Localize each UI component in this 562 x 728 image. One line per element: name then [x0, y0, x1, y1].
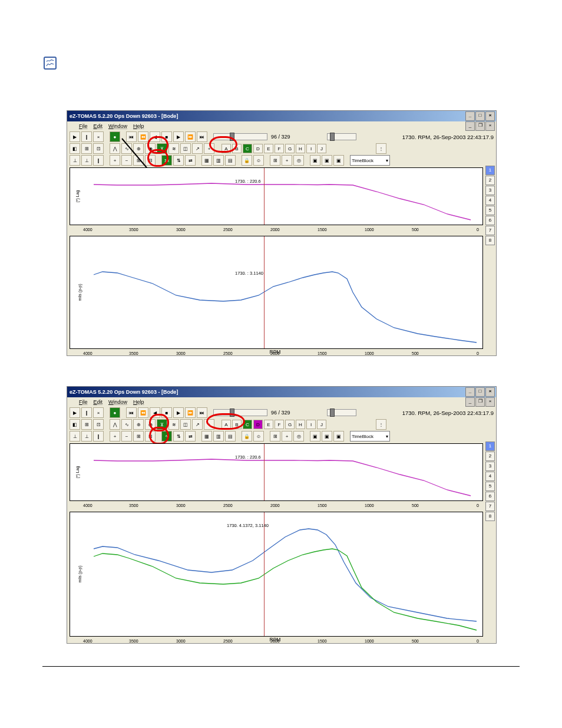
speed-slider[interactable]: [327, 133, 356, 140]
zoom-in-btn[interactable]: +: [110, 155, 120, 166]
shaft-btn[interactable]: ◫: [180, 419, 191, 430]
options-btn[interactable]: ⋮: [376, 143, 386, 154]
chan-d-button[interactable]: D: [253, 144, 263, 153]
stop-nav-button[interactable]: ■: [161, 131, 172, 142]
chan-b-button[interactable]: B: [232, 420, 242, 429]
menu-help[interactable]: Help: [133, 123, 144, 129]
zoom-btn[interactable]: −: [121, 431, 132, 442]
chan-i-button[interactable]: I: [306, 420, 316, 429]
prev-frame-button[interactable]: ⏪: [138, 131, 148, 142]
phase-plot[interactable]: (*) Lag 1730. : 220.6 4000 3500 3000 250…: [70, 443, 483, 501]
child-minimize-button[interactable]: _: [465, 397, 475, 407]
chan-c-button[interactable]: C: [243, 144, 252, 153]
chan-a-button[interactable]: A: [222, 420, 231, 429]
frame-slider[interactable]: [213, 409, 267, 416]
misc-btn[interactable]: +: [204, 143, 214, 154]
tool-btn[interactable]: ◧: [70, 143, 80, 154]
close-button[interactable]: ×: [485, 111, 495, 121]
plot-select-4[interactable]: 4: [485, 472, 495, 481]
stop-nav-button[interactable]: ■: [161, 407, 172, 418]
stop-button[interactable]: ×: [93, 131, 104, 142]
misc-btn[interactable]: ◎: [293, 431, 304, 442]
speed-slider[interactable]: [327, 409, 356, 416]
menu-window[interactable]: Window: [108, 123, 127, 129]
chan-j-button[interactable]: J: [317, 144, 326, 153]
plot-select-7[interactable]: 7: [485, 226, 495, 235]
plot-select-4[interactable]: 4: [485, 196, 495, 205]
zoom-btn[interactable]: ⊞: [133, 155, 144, 166]
polar-btn[interactable]: ◉: [145, 419, 156, 430]
misc-btn[interactable]: ▣: [322, 155, 332, 166]
last-frame-button[interactable]: ⏭: [197, 131, 207, 142]
spectrum-btn[interactable]: ⋀: [110, 143, 120, 154]
overlay-dropdown[interactable]: TimeBlock▾: [350, 431, 390, 442]
close-button[interactable]: ×: [485, 121, 495, 131]
grid-btn[interactable]: ▤: [225, 155, 236, 166]
tool-btn[interactable]: ⊞: [81, 143, 92, 154]
trend-btn[interactable]: ↗: [192, 143, 203, 154]
bode-btn[interactable]: ⊻: [157, 419, 167, 430]
stop-button[interactable]: ×: [93, 407, 104, 418]
frame-slider[interactable]: [213, 133, 267, 140]
pause-button[interactable]: ‖: [81, 131, 92, 142]
harm-cursor-btn[interactable]: ⊥: [81, 155, 92, 166]
misc-btn[interactable]: ▣: [310, 155, 320, 166]
plot-select-1[interactable]: 1: [485, 442, 495, 451]
overlay-1x-btn[interactable]: 1x: [161, 155, 172, 166]
user-btn[interactable]: ☺: [253, 155, 264, 166]
cascade-btn[interactable]: ≋: [168, 419, 179, 430]
chan-i-button[interactable]: I: [306, 144, 316, 153]
plot-select-2[interactable]: 2: [485, 176, 495, 185]
scale-btn[interactable]: ⇅: [173, 431, 184, 442]
plot-select-3[interactable]: 3: [485, 462, 495, 471]
chan-e-button[interactable]: E: [264, 144, 273, 153]
tool-btn[interactable]: ⊡: [93, 419, 104, 430]
overlay-dropdown[interactable]: TimeBlock▾: [350, 155, 390, 166]
lock-btn[interactable]: 🔒: [242, 431, 252, 442]
minimize-button[interactable]: _: [465, 111, 475, 121]
misc-btn[interactable]: +: [282, 431, 292, 442]
waveform-btn[interactable]: ∿: [121, 419, 132, 430]
spectrum-btn[interactable]: ⋀: [110, 419, 120, 430]
misc-btn[interactable]: ▣: [322, 431, 332, 442]
misc-btn[interactable]: ⊞: [270, 155, 280, 166]
band-btn[interactable]: ‖: [93, 431, 104, 442]
zoom-out-btn[interactable]: −: [121, 155, 132, 166]
minimize-button[interactable]: _: [465, 387, 475, 397]
harm-cursor-btn[interactable]: ⊥: [81, 431, 92, 442]
next-frame-button[interactable]: ⏩: [185, 407, 196, 418]
first-frame-button[interactable]: ⏮: [126, 131, 137, 142]
menu-edit[interactable]: Edit: [94, 123, 103, 129]
plot-select-3[interactable]: 3: [485, 186, 495, 195]
step-back-button[interactable]: ◀: [150, 407, 160, 418]
shaft-btn[interactable]: ◫: [180, 143, 191, 154]
chan-j-button[interactable]: J: [317, 420, 326, 429]
maximize-button[interactable]: □: [475, 387, 485, 397]
bode-btn[interactable]: ⊻: [157, 143, 167, 154]
plot-select-6[interactable]: 6: [485, 492, 495, 501]
phase-plot[interactable]: (*) Lag 1730. : 220.6 4000 3500 3000 250…: [70, 167, 483, 225]
last-frame-button[interactable]: ⏭: [197, 407, 207, 418]
zoom-btn[interactable]: ⊞: [133, 431, 144, 442]
polar-btn[interactable]: ◉: [145, 143, 156, 154]
chan-g-button[interactable]: G: [285, 144, 295, 153]
step-fwd-button[interactable]: ▶: [173, 131, 184, 142]
overlay-overall-btn[interactable]: ∿: [161, 431, 172, 442]
step-back-button[interactable]: ◀: [150, 131, 160, 142]
plot-select-7[interactable]: 7: [485, 502, 495, 511]
orbit-btn[interactable]: ⊕: [133, 419, 144, 430]
plot-select-5[interactable]: 5: [485, 482, 495, 491]
play-button[interactable]: ▶: [70, 407, 80, 418]
cascade-btn[interactable]: ≋: [168, 143, 179, 154]
chan-h-button[interactable]: H: [296, 144, 305, 153]
plot-select-8[interactable]: 8: [485, 512, 495, 521]
chan-e-button[interactable]: E: [264, 420, 273, 429]
scale-btn[interactable]: ⇄: [185, 155, 196, 166]
misc-btn[interactable]: ⊞: [270, 431, 280, 442]
scale-btn[interactable]: ⇄: [185, 431, 196, 442]
grid-btn[interactable]: ▤: [225, 431, 236, 442]
chan-d-button[interactable]: D: [253, 420, 263, 429]
misc-btn[interactable]: +: [282, 155, 292, 166]
grid-btn[interactable]: ▥: [213, 431, 224, 442]
menu-file[interactable]: File: [79, 123, 88, 129]
